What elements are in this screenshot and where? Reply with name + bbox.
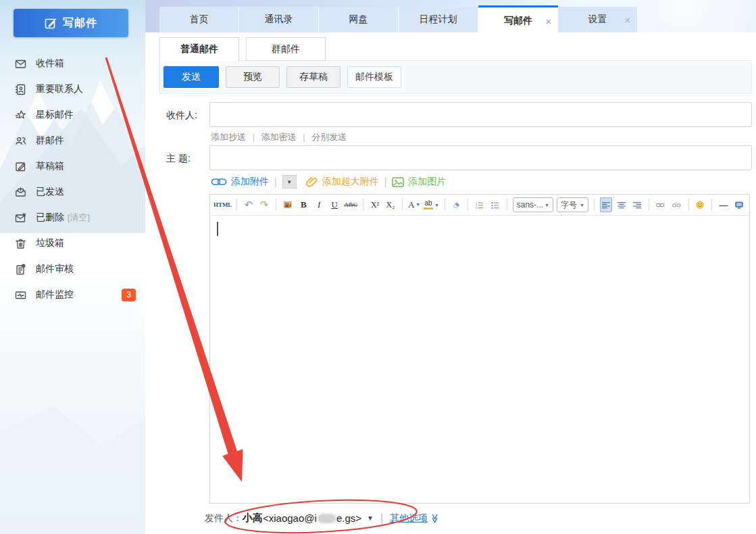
sidebar-item-sent[interactable]: 已发送 bbox=[0, 179, 145, 205]
sidebar-item-group-mail[interactable]: 群邮件 bbox=[0, 128, 145, 153]
compose-button[interactable]: 写邮件 bbox=[14, 9, 128, 37]
sidebar: 写邮件 收件箱 重要联系人 bbox=[0, 0, 145, 534]
text-caret bbox=[217, 222, 218, 236]
toolbar-divider bbox=[711, 199, 712, 211]
italic-button[interactable]: I bbox=[313, 197, 325, 212]
toolbar-divider bbox=[507, 199, 507, 211]
html-source-button[interactable]: HTML bbox=[214, 197, 231, 212]
tab-settings[interactable]: 设置 × bbox=[558, 7, 638, 32]
toolbar-divider bbox=[402, 199, 403, 211]
font-color-button[interactable]: A ▼ bbox=[408, 197, 421, 212]
tab-schedule[interactable]: 日程计划 bbox=[399, 7, 478, 32]
other-options-link[interactable]: 其他选项 bbox=[390, 512, 428, 525]
align-left-button[interactable] bbox=[600, 197, 612, 212]
insert-image-button[interactable] bbox=[282, 197, 295, 212]
inbox-icon bbox=[15, 58, 26, 70]
editor-toolbar: HTML ↶ ↷ B I U ABC X² X₂ bbox=[210, 195, 749, 216]
sidebar-item-starred[interactable]: 星标邮件 bbox=[0, 102, 145, 128]
send-separately-link[interactable]: 分别发送 bbox=[311, 132, 347, 142]
align-center-icon bbox=[618, 201, 626, 210]
add-cc-link[interactable]: 添加抄送 bbox=[211, 132, 246, 142]
subtab-group-mail[interactable]: 群邮件 bbox=[246, 37, 326, 61]
tab-compose[interactable]: 写邮件 × bbox=[478, 5, 558, 34]
subtab-normal-mail[interactable]: 普通邮件 bbox=[159, 37, 239, 62]
sent-icon bbox=[15, 187, 26, 198]
close-icon[interactable]: × bbox=[624, 14, 630, 26]
remove-format-button[interactable] bbox=[450, 197, 462, 212]
highlight-color-button[interactable]: ab ▼ bbox=[424, 197, 439, 212]
add-image-link[interactable]: 添加图片 bbox=[408, 176, 446, 188]
rich-text-editor: HTML ↶ ↷ B I U ABC X² X₂ bbox=[209, 194, 750, 504]
align-right-button[interactable] bbox=[631, 197, 643, 212]
compose-button-label: 写邮件 bbox=[63, 16, 97, 30]
mail-template-button[interactable]: 邮件模板 bbox=[347, 66, 401, 88]
strikethrough-button[interactable]: ABC bbox=[344, 197, 357, 212]
sidebar-item-drafts[interactable]: 草稿箱 bbox=[0, 153, 145, 179]
contacts-icon bbox=[15, 84, 26, 95]
align-center-button[interactable] bbox=[615, 197, 628, 212]
unordered-list-icon bbox=[491, 200, 499, 210]
superscript-button[interactable]: X² bbox=[369, 197, 381, 212]
sidebar-item-label: 重要联系人 bbox=[36, 83, 83, 95]
remove-link-button[interactable] bbox=[670, 197, 683, 212]
subscript-button[interactable]: X₂ bbox=[384, 197, 397, 212]
redo-icon[interactable]: ↷ bbox=[258, 197, 270, 212]
ordered-list-button[interactable]: 123 bbox=[474, 197, 486, 212]
from-label: 发件人： bbox=[205, 512, 243, 525]
highlight-text: ab bbox=[425, 200, 432, 207]
sidebar-item-important-contacts[interactable]: 重要联系人 bbox=[0, 76, 145, 102]
cc-links-row: 添加抄送 | 添加密送 | 分别发送 bbox=[211, 131, 347, 143]
to-input[interactable] bbox=[209, 102, 752, 127]
sidebar-item-deleted[interactable]: 已删除 [清空] bbox=[0, 205, 145, 230]
tab-label: 日程计划 bbox=[420, 14, 457, 26]
sidebar-item-mail-monitor[interactable]: 邮件监控 3 bbox=[0, 282, 145, 308]
subject-input[interactable] bbox=[209, 145, 752, 170]
tab-home[interactable]: 首页 bbox=[159, 7, 239, 32]
add-bcc-link[interactable]: 添加密送 bbox=[261, 132, 297, 142]
star-icon bbox=[15, 110, 26, 121]
underline-button[interactable]: U bbox=[328, 197, 341, 212]
insert-link-button[interactable] bbox=[654, 197, 667, 212]
tab-contacts[interactable]: 通讯录 bbox=[239, 7, 319, 32]
bold-button[interactable]: B bbox=[297, 197, 309, 212]
sidebar-item-label: 星标邮件 bbox=[36, 109, 74, 121]
send-button[interactable]: 发送 bbox=[163, 66, 219, 88]
editor-body[interactable] bbox=[210, 216, 749, 504]
horizontal-rule-button[interactable]: — bbox=[717, 197, 730, 212]
add-large-attachment-link[interactable]: 添加超大附件 bbox=[322, 176, 379, 188]
close-icon[interactable]: × bbox=[545, 15, 551, 26]
sender-email-start: <xiaogao@i bbox=[263, 512, 317, 524]
sender-dropdown-button[interactable]: ▼ bbox=[367, 514, 374, 522]
attachment-row: 添加附件 | ▼ 添加超大附件 | 添加图片 bbox=[211, 174, 446, 190]
chevron-down-icon: ▼ bbox=[415, 202, 420, 208]
empty-deleted-link[interactable]: [清空] bbox=[68, 212, 90, 224]
sidebar-item-mail-audit[interactable]: 邮件审核 bbox=[0, 256, 145, 282]
sidebar-item-trash[interactable]: 垃圾箱 bbox=[0, 230, 145, 256]
preview-button[interactable]: 预览 bbox=[226, 66, 280, 88]
top-banner: 首页 通讯录 网盘 日程计划 写邮件 × 设置 × bbox=[145, 0, 756, 32]
separator: | bbox=[380, 512, 383, 525]
compose-subtabs: 普通邮件 群邮件 bbox=[159, 37, 326, 62]
separator: | bbox=[384, 176, 387, 187]
font-size-select[interactable]: 字号 ▼ bbox=[557, 197, 588, 212]
sidebar-item-inbox[interactable]: 收件箱 bbox=[0, 51, 145, 76]
tab-netdisk[interactable]: 网盘 bbox=[319, 7, 399, 32]
deleted-icon bbox=[15, 212, 26, 224]
sidebar-item-label: 邮件审核 bbox=[36, 263, 74, 275]
attachment-dropdown-button[interactable]: ▼ bbox=[282, 175, 297, 189]
unordered-list-button[interactable] bbox=[489, 197, 501, 212]
save-draft-button[interactable]: 存草稿 bbox=[286, 66, 341, 88]
sidebar-item-label: 已发送 bbox=[36, 186, 64, 198]
font-family-select[interactable]: sans-... ▼ bbox=[513, 197, 553, 212]
tab-label: 通讯录 bbox=[265, 14, 293, 26]
tab-label: 首页 bbox=[190, 14, 209, 26]
emoji-button[interactable] bbox=[694, 197, 706, 212]
add-attachment-link[interactable]: 添加附件 bbox=[231, 176, 269, 188]
chevron-down-icon: ▼ bbox=[545, 203, 549, 208]
compose-pencil-icon bbox=[45, 17, 57, 30]
sidebar-item-label: 收件箱 bbox=[36, 57, 64, 70]
fullscreen-button[interactable] bbox=[733, 197, 745, 212]
add-image-icon bbox=[392, 177, 404, 187]
undo-icon[interactable]: ↶ bbox=[243, 197, 255, 212]
monitor-count-badge: 3 bbox=[122, 289, 136, 301]
